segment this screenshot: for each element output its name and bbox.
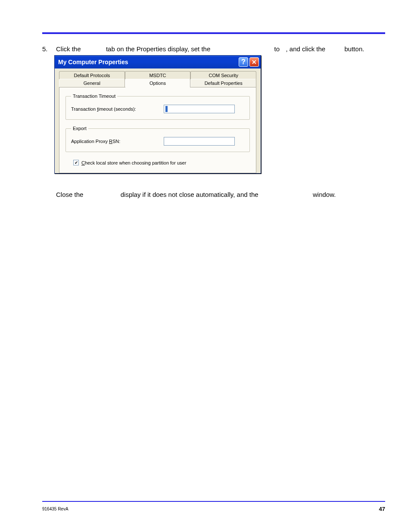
label-timeout: Transaction timeout (seconds): xyxy=(71,106,164,112)
text-caret xyxy=(165,106,168,112)
top-rule xyxy=(42,32,385,34)
checkbox-label-ul: C xyxy=(81,160,85,165)
label-rsn: Application Proxy RSN: xyxy=(71,139,164,144)
input-timeout[interactable] xyxy=(164,105,235,113)
properties-dialog: My Computer Properties ? ✕ Default Proto… xyxy=(54,55,261,174)
label-timeout-prefix: Transaction xyxy=(71,106,97,112)
titlebar[interactable]: My Computer Properties ? ✕ xyxy=(55,56,261,68)
label-rsn-prefix: Application Proxy xyxy=(71,139,109,144)
row-rsn: Application Proxy RSN: xyxy=(71,137,244,146)
close-icon: ✕ xyxy=(252,59,257,65)
bottom-rule xyxy=(42,501,385,502)
page: 5. Click the tab on the Properties displ… xyxy=(0,0,411,532)
label-rsn-suffix: SN: xyxy=(112,139,120,144)
step-p2: tab on the Properties display, set the xyxy=(106,45,210,53)
tab-default-properties[interactable]: Default Properties xyxy=(190,79,256,87)
tab-com-security[interactable]: COM Security xyxy=(190,71,256,79)
step-number: 5. xyxy=(42,45,48,53)
checkbox-label-suffix: heck local store when choosing partition… xyxy=(85,160,186,165)
row-timeout: Transaction timeout (seconds): xyxy=(71,105,244,113)
window-title: My Computer Properties xyxy=(58,59,237,65)
step-p1: Click the xyxy=(56,45,81,53)
tab-msdtc[interactable]: MSDTC xyxy=(125,71,191,79)
checkbox-label[interactable]: Check local store when choosing partitio… xyxy=(81,160,186,165)
tab-options[interactable]: Options xyxy=(125,79,191,87)
tab-row-back: Default Protocols MSDTC COM Security xyxy=(59,71,256,79)
tab-row-front: General Options Default Properties xyxy=(59,79,256,87)
legend-transaction-timeout: Transaction Timeout xyxy=(71,93,117,99)
label-rsn-ul: R xyxy=(109,139,112,144)
input-rsn[interactable] xyxy=(164,137,235,146)
help-icon: ? xyxy=(241,58,246,66)
footer-page-number: 47 xyxy=(379,506,385,512)
under-dialog-text: Close the display if it does not close a… xyxy=(56,190,385,199)
group-transaction-timeout: Transaction Timeout Transaction timeout … xyxy=(65,93,250,120)
step-text: Click the tab on the Properties display,… xyxy=(56,45,394,53)
checkbox-local-store[interactable]: ✔ xyxy=(73,160,79,165)
footer-doc-id: 916435 RevA xyxy=(42,507,68,511)
tab-body: Transaction Timeout Transaction timeout … xyxy=(59,87,256,173)
step-p5: button. xyxy=(345,45,364,53)
label-timeout-suffix: imeout (seconds): xyxy=(98,106,136,112)
tab-default-protocols[interactable]: Default Protocols xyxy=(59,71,125,79)
legend-export: Export xyxy=(71,126,88,131)
checkbox-row: ✔ Check local store when choosing partit… xyxy=(65,158,250,165)
step-5: 5. Click the tab on the Properties displ… xyxy=(42,45,394,53)
ud-p2: display if it does not close automatical… xyxy=(121,191,258,198)
step-p3: to xyxy=(274,45,280,53)
step-p4: , and click the xyxy=(286,45,325,53)
checkmark-icon: ✔ xyxy=(75,161,78,165)
tab-general[interactable]: General xyxy=(59,79,125,87)
ud-p3: window. xyxy=(313,191,336,198)
close-button[interactable]: ✕ xyxy=(249,57,259,67)
help-button[interactable]: ? xyxy=(239,57,248,67)
group-export: Export Application Proxy RSN: xyxy=(65,126,250,152)
tab-area: Default Protocols MSDTC COM Security Gen… xyxy=(55,68,261,173)
ud-p1: Close the xyxy=(56,191,83,198)
